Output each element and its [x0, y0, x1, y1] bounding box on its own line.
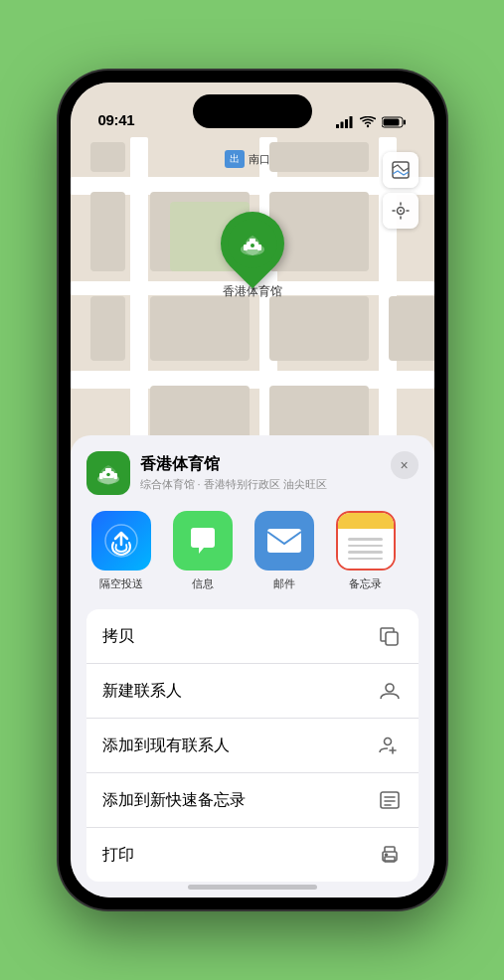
- airdrop-icon-box: [91, 511, 151, 571]
- svg-rect-2: [345, 119, 348, 128]
- wifi-icon: [360, 116, 376, 128]
- svg-rect-24: [267, 529, 301, 553]
- action-copy[interactable]: 拷贝: [86, 609, 419, 664]
- pin-body: [207, 199, 297, 289]
- svg-point-26: [386, 684, 394, 692]
- status-time: 09:41: [98, 111, 135, 128]
- quick-note-icon: [377, 787, 403, 813]
- close-button[interactable]: ×: [391, 451, 419, 479]
- share-airdrop[interactable]: 隔空投送: [86, 511, 156, 591]
- pin-inner: [228, 219, 277, 268]
- exit-name: 南口: [249, 152, 270, 167]
- map-exit-label: 出 南口: [225, 150, 270, 168]
- new-contact-icon: [377, 678, 403, 704]
- svg-rect-20: [99, 473, 103, 479]
- add-contact-label: 添加到现有联系人: [102, 735, 230, 756]
- venue-name: 香港体育馆: [140, 454, 419, 475]
- print-label: 打印: [102, 845, 134, 866]
- location-pin: 香港体育馆: [221, 212, 284, 300]
- action-add-contact[interactable]: 添加到现有联系人: [86, 719, 419, 773]
- message-icon-box: [173, 511, 233, 571]
- location-button[interactable]: [383, 193, 419, 229]
- print-icon: [377, 842, 403, 868]
- svg-rect-3: [349, 116, 352, 128]
- svg-rect-30: [385, 857, 395, 862]
- action-list: 拷贝 新建联系人: [86, 609, 419, 882]
- venue-info: 香港体育馆 综合体育馆 · 香港特别行政区 油尖旺区: [140, 454, 419, 492]
- map-type-button[interactable]: [383, 152, 419, 188]
- svg-rect-19: [105, 468, 111, 472]
- add-contact-icon: [377, 733, 403, 758]
- svg-rect-6: [404, 120, 406, 125]
- exit-type: 出: [225, 150, 245, 168]
- svg-point-10: [400, 210, 402, 212]
- status-icons: [336, 116, 407, 128]
- svg-point-27: [384, 738, 391, 745]
- svg-point-4: [366, 125, 368, 127]
- share-mail[interactable]: 邮件: [250, 511, 319, 591]
- svg-point-22: [106, 473, 110, 477]
- signal-icon: [336, 116, 354, 128]
- copy-icon: [377, 623, 403, 649]
- new-contact-label: 新建联系人: [102, 681, 182, 702]
- venue-subtitle: 综合体育馆 · 香港特别行政区 油尖旺区: [140, 477, 419, 492]
- share-more[interactable]: [413, 511, 419, 591]
- bottom-sheet: 香港体育馆 综合体育馆 · 香港特别行政区 油尖旺区 ×: [71, 435, 434, 898]
- svg-rect-14: [244, 245, 248, 250]
- svg-rect-15: [257, 245, 261, 250]
- venue-icon: [86, 451, 130, 495]
- more-dots: [413, 511, 419, 571]
- dynamic-island: [193, 94, 312, 128]
- svg-rect-7: [383, 119, 399, 126]
- copy-label: 拷贝: [102, 626, 134, 647]
- phone-frame: 09:41: [59, 71, 446, 909]
- battery-icon: [382, 116, 407, 128]
- notes-icon-box: [336, 511, 396, 571]
- home-indicator: [188, 885, 317, 890]
- phone-screen: 09:41: [71, 82, 434, 898]
- airdrop-label: 隔空投送: [99, 576, 143, 591]
- action-print[interactable]: 打印: [86, 828, 419, 882]
- quick-note-label: 添加到新快速备忘录: [102, 790, 246, 811]
- svg-rect-0: [336, 124, 339, 128]
- venue-header: 香港体育馆 综合体育馆 · 香港特别行政区 油尖旺区 ×: [86, 451, 419, 495]
- svg-rect-25: [386, 632, 398, 645]
- share-row: 隔空投送 信息: [86, 511, 419, 591]
- map-controls[interactable]: [383, 152, 419, 229]
- share-notes[interactable]: 备忘录: [331, 511, 401, 591]
- action-new-contact[interactable]: 新建联系人: [86, 664, 419, 719]
- mail-label: 邮件: [273, 576, 295, 591]
- svg-point-31: [385, 854, 387, 856]
- svg-rect-13: [250, 239, 255, 243]
- mail-icon-box: [254, 511, 314, 571]
- svg-rect-21: [113, 473, 117, 479]
- action-quick-note[interactable]: 添加到新快速备忘录: [86, 773, 419, 828]
- notes-label: 备忘录: [349, 576, 382, 591]
- svg-rect-1: [340, 122, 343, 129]
- share-message[interactable]: 信息: [168, 511, 238, 591]
- message-label: 信息: [192, 576, 214, 591]
